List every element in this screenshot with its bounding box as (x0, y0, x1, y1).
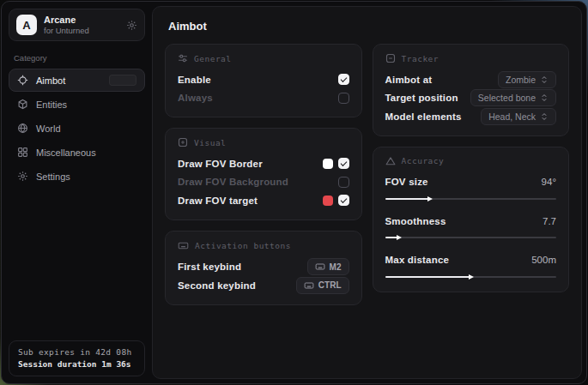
fov-border-color-swatch[interactable] (323, 159, 333, 169)
category-label: Category (14, 53, 140, 63)
sparkle-box-icon (178, 137, 188, 147)
keyboard-icon (304, 280, 314, 291)
setting-label: FOV size (385, 177, 428, 187)
always-checkbox[interactable] (338, 93, 349, 104)
sidebar-item-label: World (36, 123, 61, 134)
section-header-accuracy: Accuracy (385, 156, 557, 166)
section-header-activation: Activation buttons (178, 240, 349, 251)
keyboard-icon (315, 262, 325, 272)
slider-thumb[interactable] (397, 235, 402, 240)
general-card: General Enable Always (165, 44, 362, 117)
setting-label: Aimbot at (385, 75, 433, 85)
sidebar: A Arcane for Unturned Category A (2, 2, 152, 383)
gear-icon[interactable] (126, 20, 137, 31)
enable-checkbox[interactable] (338, 74, 349, 85)
smoothness-slider[interactable] (385, 234, 557, 242)
sliders-icon (178, 53, 188, 63)
section-title: Accuracy (402, 156, 445, 165)
second-keybind-button[interactable]: CTRL (296, 277, 349, 294)
session-duration-text: Session duration 1m 36s (18, 359, 136, 369)
setting-label: Target position (385, 93, 458, 103)
hotkey-hint-badge (109, 75, 136, 86)
keybind-value: CTRL (318, 280, 342, 290)
page-title: Aimbot (168, 20, 569, 33)
target-position-select[interactable]: Selected bone (470, 89, 556, 106)
max-distance-group: Max distance 500m (385, 251, 557, 281)
brand-text: Arcane for Unturned (44, 15, 89, 36)
setting-label: Max distance (385, 255, 450, 265)
model-elements-select[interactable]: Head, Neck (481, 108, 556, 125)
slider-thumb[interactable] (469, 274, 474, 280)
select-value: Selected bone (478, 93, 536, 103)
setting-label: Always (178, 93, 213, 103)
select-value: Head, Neck (488, 111, 536, 122)
activation-buttons-card: Activation buttons First keybind M2 (165, 231, 362, 305)
sidebar-item-label: Entities (36, 99, 67, 110)
aimbot-at-select[interactable]: Zombie (498, 71, 556, 88)
chevron-up-down-icon (540, 93, 549, 102)
section-header-visual: Visual (178, 137, 349, 147)
sidebar-item-world[interactable]: World (9, 117, 145, 140)
setting-row-model-elements: Model elements Head, Neck (385, 107, 557, 126)
globe-icon (17, 123, 28, 134)
select-value: Zombie (506, 75, 536, 85)
chevron-up-down-icon (540, 112, 549, 121)
grid-icon (17, 147, 28, 158)
slider-label-row: Max distance 500m (385, 251, 557, 270)
sidebar-item-miscellaneous[interactable]: Miscellaneous (9, 141, 145, 164)
triangle-icon (385, 156, 396, 166)
crosshair-icon (17, 75, 28, 86)
slider-label-row: FOV size 94° (385, 173, 557, 192)
fov-border-checkbox[interactable] (338, 158, 349, 169)
smoothness-value: 7.7 (543, 216, 556, 226)
section-title: Visual (194, 138, 226, 147)
setting-row-fov-target: Draw FOV target (178, 191, 349, 210)
max-distance-value: 500m (531, 255, 556, 265)
sidebar-item-label: Settings (36, 171, 70, 182)
setting-row-always: Always (178, 89, 349, 108)
sub-expiry-text: Sub expires in 42d 08h (18, 347, 136, 357)
fov-background-checkbox[interactable] (338, 177, 349, 188)
fov-size-group: FOV size 94° (385, 173, 557, 203)
slider-fill (385, 276, 471, 278)
slider-fill (385, 198, 430, 200)
cube-icon (17, 99, 28, 110)
setting-label: Draw FOV Background (178, 177, 288, 187)
slider-thumb[interactable] (427, 196, 433, 202)
smoothness-group: Smoothness 7.7 (385, 212, 557, 242)
gear-icon (17, 171, 28, 182)
setting-label: Draw FOV target (178, 196, 258, 206)
sidebar-item-settings[interactable]: Settings (9, 165, 145, 188)
sidebar-item-aimbot[interactable]: Aimbot (9, 69, 145, 92)
sidebar-item-entities[interactable]: Entities (9, 93, 145, 116)
cheat-menu-window: A Arcane for Unturned Category A (1, 1, 587, 384)
setting-label: Smoothness (385, 216, 446, 226)
first-keybind-button[interactable]: M2 (307, 258, 349, 275)
keyboard-icon (178, 240, 189, 251)
subscription-status-card: Sub expires in 42d 08h Session duration … (9, 340, 145, 376)
setting-label: Second keybind (178, 280, 256, 291)
setting-row-fov-border: Draw FOV Border (178, 154, 349, 173)
fov-size-value: 94° (542, 177, 556, 187)
brand-title: Arcane (44, 15, 89, 26)
keybind-value: M2 (330, 262, 342, 272)
setting-label: Draw FOV Border (178, 159, 263, 169)
fov-target-checkbox[interactable] (338, 195, 349, 206)
section-title: Activation buttons (195, 241, 291, 250)
slider-label-row: Smoothness 7.7 (385, 212, 557, 231)
sidebar-item-label: Miscellaneous (36, 147, 96, 158)
fov-target-color-swatch[interactable] (323, 196, 333, 206)
scan-box-icon (385, 53, 396, 63)
setting-label: First keybind (178, 262, 241, 272)
max-distance-slider[interactable] (385, 273, 557, 280)
setting-row-second-keybind: Second keybind CTRL (178, 276, 349, 295)
setting-row-first-keybind: First keybind M2 (178, 258, 349, 277)
visual-card: Visual Draw FOV Border Draw FOV Backgrou… (165, 128, 362, 220)
setting-label: Model elements (385, 111, 462, 122)
right-column: Tracker Aimbot at Zombie (373, 44, 570, 292)
fov-size-slider[interactable] (385, 195, 557, 202)
setting-row-fov-background: Draw FOV Background (178, 173, 349, 192)
main-panel: Aimbot General Enable (152, 6, 582, 379)
sidebar-item-label: Aimbot (36, 75, 65, 86)
section-title: General (194, 54, 232, 63)
